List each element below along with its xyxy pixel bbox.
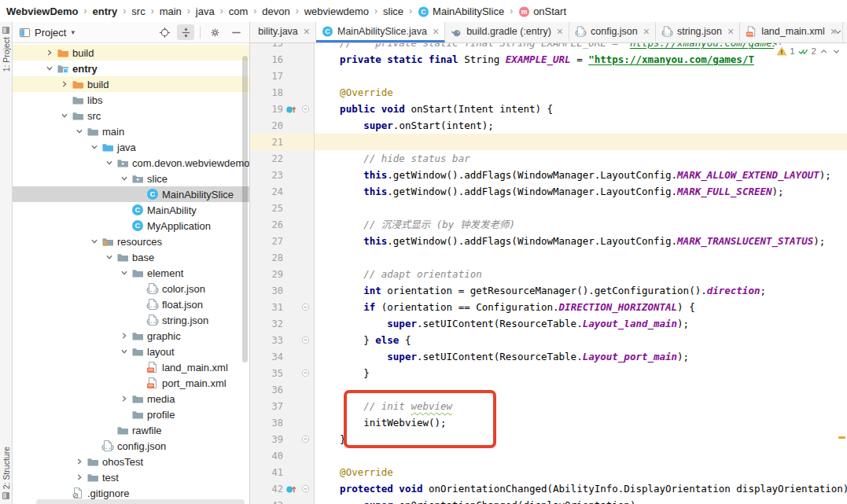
tree-item-land-main-xml[interactable]: <>land_main.xml — [13, 359, 249, 375]
chevron-right-icon[interactable] — [42, 46, 57, 59]
minimize-panel-button[interactable] — [227, 24, 245, 40]
breadcrumb-item[interactable]: CMainAbilitySlice — [418, 6, 504, 17]
checkmarks-icon[interactable] — [797, 46, 809, 57]
tree-item-float-json[interactable]: {..}float.json — [13, 296, 249, 312]
tree-item-config-json[interactable]: {..}config.json — [13, 438, 249, 454]
tree-item-port-main-xml[interactable]: <>port_main.xml — [13, 375, 249, 391]
chevron-down-icon[interactable] — [101, 156, 116, 169]
code-text[interactable]: } else { — [315, 332, 411, 348]
code-text[interactable]: protected void onOrientationChanged(Abil… — [315, 480, 847, 497]
chevron-down-icon[interactable] — [101, 251, 116, 263]
chevron-down-icon[interactable] — [57, 109, 72, 122]
fold-start-icon[interactable] — [299, 301, 312, 314]
code-text[interactable]: // init webview — [315, 398, 452, 414]
code-text[interactable] — [315, 381, 316, 398]
tree-item-build[interactable]: build — [13, 45, 249, 61]
next-issue-chevron-icon[interactable] — [831, 46, 841, 57]
editor-tab-string-json[interactable]: {..}string.json× — [656, 22, 740, 42]
chevron-right-icon[interactable] — [72, 471, 87, 484]
breadcrumb-item[interactable]: monStart — [518, 6, 566, 17]
previous-issue-chevron-icon[interactable] — [819, 46, 829, 57]
tree-item-layout[interactable]: layout — [13, 344, 249, 359]
code-text[interactable] — [315, 134, 316, 150]
warning-icon[interactable] — [776, 46, 787, 57]
tree-item-rawfile[interactable]: rawfile — [13, 422, 249, 438]
chevron-down-icon[interactable] — [87, 141, 101, 153]
error-stripe-warning-tick[interactable] — [838, 436, 845, 439]
tree-item-string-json[interactable]: {..}string.json — [13, 312, 249, 328]
tree-item-main[interactable]: main — [13, 123, 249, 139]
collapse-all-button[interactable] — [177, 24, 194, 40]
code-text[interactable] — [315, 68, 316, 84]
code-text[interactable]: initWebview(); — [315, 414, 447, 431]
code-text[interactable]: private static final String EXAMPLE_URL … — [315, 51, 754, 68]
code-text[interactable]: public void onStart(Intent intent) { — [315, 101, 553, 117]
close-icon[interactable]: × — [557, 26, 563, 37]
fold-end-icon[interactable] — [299, 367, 312, 380]
code-text[interactable] — [315, 200, 316, 216]
close-icon[interactable]: × — [433, 26, 439, 37]
editor-tab-bility-java[interactable]: bility.java× — [250, 22, 316, 42]
code-text[interactable]: if (orientation == Configuration.DIRECTI… — [315, 299, 695, 315]
tree-item-entry[interactable]: entry — [13, 61, 249, 76]
chevron-down-icon[interactable] — [116, 172, 131, 185]
editor-tab-mainabilityslice-java[interactable]: CMainAbilitySlice.java× — [316, 22, 445, 42]
tree-item-media[interactable]: media — [13, 391, 249, 407]
chevron-down-icon[interactable] — [42, 62, 57, 75]
tree-item-ohostest[interactable]: ohosTest — [13, 454, 249, 469]
chevron-down-icon[interactable] — [116, 345, 131, 358]
code-text[interactable]: // adapt orientation — [315, 266, 482, 282]
tree-item-base[interactable]: base — [13, 249, 249, 265]
breadcrumb-item[interactable]: slice — [383, 6, 403, 17]
fold-end-icon[interactable] — [299, 433, 312, 446]
tree-item-element[interactable]: element — [13, 265, 249, 281]
code-text[interactable]: @Override — [315, 464, 393, 480]
tree-item-slice[interactable]: slice — [13, 171, 249, 186]
code-text[interactable]: int orientation = getResourceManager().g… — [315, 282, 766, 299]
editor-tab-land-main-xml[interactable]: <>land_main.xml× — [740, 22, 843, 42]
tree-item-libs[interactable]: libs — [13, 92, 249, 108]
breadcrumb-item[interactable]: entry — [93, 6, 118, 17]
chevron-right-icon[interactable] — [72, 455, 87, 468]
tab-overflow-chevron-icon[interactable] — [833, 22, 843, 41]
code-text[interactable] — [315, 249, 316, 266]
code-text[interactable]: super.setUIContent(ResourceTable.Layout_… — [315, 315, 689, 332]
breadcrumb-item[interactable]: src — [131, 6, 145, 17]
tool-window-button-structure[interactable]: 2: Structure — [2, 442, 11, 504]
tree-vertical-scrollbar[interactable] — [242, 56, 248, 362]
breadcrumb-item[interactable]: webviewdemo — [304, 6, 369, 17]
code-text[interactable]: this.getWindow().addFlags(WindowManager.… — [315, 233, 825, 249]
code-text[interactable] — [315, 447, 316, 464]
code-text[interactable]: // 沉浸式显示 (by 钟发发老师) — [315, 216, 515, 233]
tree-item-build[interactable]: build — [13, 76, 249, 92]
code-editor[interactable]: 15 // private static final String EXAMPL… — [250, 43, 847, 504]
tree-item-test[interactable]: test — [13, 469, 249, 485]
tool-window-button-project[interactable]: 1: Project — [2, 22, 11, 76]
gear-icon[interactable] — [206, 24, 223, 40]
tree-item-mainability[interactable]: CMainAbility — [13, 202, 249, 218]
tree-item-src[interactable]: src — [13, 108, 249, 123]
tree-item-java[interactable]: java — [13, 139, 249, 155]
fold-start-icon[interactable] — [299, 483, 312, 495]
code-text[interactable]: } — [315, 431, 346, 447]
chevron-right-icon[interactable] — [57, 78, 72, 90]
code-text[interactable]: @Override — [315, 84, 393, 101]
close-icon[interactable]: × — [643, 26, 650, 37]
tree-item-color-json[interactable]: {..}color.json — [13, 281, 249, 296]
tree-item-graphic[interactable]: graphic — [13, 328, 249, 344]
breadcrumb-item[interactable]: java — [196, 6, 215, 17]
close-icon[interactable]: × — [727, 26, 734, 37]
breadcrumb-item[interactable]: main — [160, 6, 182, 17]
chevron-down-icon[interactable] — [87, 235, 101, 248]
chevron-down-icon[interactable] — [72, 125, 87, 138]
editor-tab-build-gradle-entry-[interactable]: build.gradle (:entry)× — [445, 22, 569, 42]
tree-horizontal-scrollbar[interactable] — [36, 499, 245, 504]
chevron-right-icon[interactable] — [116, 329, 131, 342]
code-text[interactable]: // private static final String EXAMPLE_U… — [315, 43, 801, 51]
tree-item-myapplication[interactable]: CMyApplication — [13, 218, 249, 234]
breadcrumb-item[interactable]: devon — [262, 6, 289, 17]
fold-end-icon[interactable] — [299, 334, 312, 347]
code-text[interactable]: this.getWindow().addFlags(WindowManager.… — [315, 183, 784, 200]
chevron-down-icon[interactable] — [116, 267, 131, 279]
tree-item-resources[interactable]: resources — [13, 234, 249, 249]
